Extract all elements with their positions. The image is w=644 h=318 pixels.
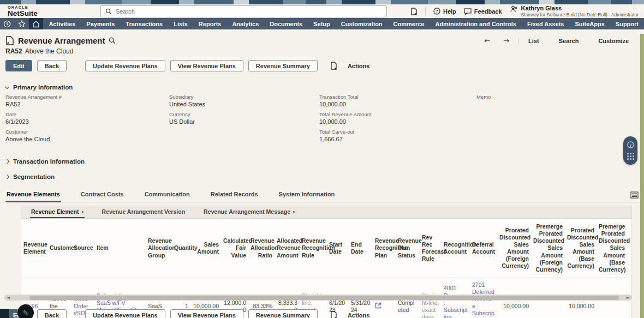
nav-activities[interactable]: Activities [43, 18, 81, 29]
next-record-arrow[interactable]: → [497, 37, 516, 45]
col-premerge-prorated-foreign[interactable]: Premerge Prorated Discounted Sales Amoun… [531, 219, 565, 278]
col-end-date[interactable]: End Date [349, 219, 373, 278]
nav-payments[interactable]: Payments [81, 18, 120, 29]
field-value: 6/1/2023 [5, 118, 169, 125]
help-button[interactable]: ? Help [433, 8, 456, 15]
col-deferral-account[interactable]: Deferral Account [470, 219, 497, 278]
tab-contract-costs[interactable]: Contract Costs [80, 189, 125, 202]
col-revenue-element[interactable]: Revenue Element [21, 219, 47, 278]
update-revenue-plans-button[interactable]: Update Revenue Plans [85, 60, 165, 71]
recent-records-icon[interactable] [0, 18, 14, 29]
home-icon[interactable] [29, 18, 43, 29]
nav-analytics[interactable]: Analytics [226, 18, 264, 29]
col-prorated-discounted-foreign[interactable]: Prorated Discounted Sales Amount (Foreig… [497, 219, 531, 278]
col-revenue-recognition-plan[interactable]: Revenue Recognition Plan [373, 219, 396, 278]
actions-menu[interactable]: Actions [348, 63, 369, 69]
update-revenue-plans-button-bottom[interactable]: Update Revenue Plans [85, 309, 165, 318]
segmentation-header[interactable]: Segmentation [0, 166, 644, 181]
nav-customization[interactable]: Customization [336, 18, 388, 29]
revenue-summary-button-bottom[interactable]: Revenue Summary [248, 309, 318, 318]
horizontal-scrollbar[interactable]: ◄ ► [4, 295, 632, 301]
col-customer[interactable]: Customer [47, 219, 71, 278]
scroll-right-icon[interactable]: ► [624, 295, 632, 300]
col-recognition-account[interactable]: Recognition Account [442, 219, 470, 278]
search-input[interactable] [116, 8, 382, 15]
col-prorated-discounted-base[interactable]: Prorated Discounted Sales Amount (Base C… [565, 219, 597, 278]
col-source[interactable]: Source [71, 219, 94, 278]
view-revenue-plans-button[interactable]: View Revenue Plans [170, 60, 243, 71]
nav-lists[interactable]: Lists [168, 18, 193, 29]
nav-support[interactable]: Support [610, 18, 644, 29]
field-value: 10,000.00 [319, 118, 476, 125]
field-memo: Memo [476, 94, 639, 107]
tab-communication[interactable]: Communication [144, 189, 191, 202]
tab-system-information[interactable]: System Information [278, 189, 336, 202]
col-revenue-allocation-group[interactable]: Revenue Allocation Group [146, 219, 172, 278]
chevron-right-icon [5, 159, 9, 164]
subtab-revenue-arrangement-message[interactable]: Revenue Arrangement Message [202, 208, 296, 218]
col-rev-rec-forecast-rule[interactable]: Rev Rec Forecast Rule [420, 219, 442, 278]
chevron-down-icon [5, 84, 9, 88]
previous-record-arrow[interactable]: ← [478, 37, 497, 45]
col-revenue-allocation-ratio[interactable]: Revenue Allocation Ratio [248, 219, 275, 278]
record-tabs: Revenue Elements Contract Costs Communic… [0, 181, 644, 202]
nav-transactions[interactable]: Transactions [120, 18, 168, 29]
svg-text:i: i [630, 142, 631, 147]
col-allocated-revenue-amount[interactable]: Allocated Revenue Amount [275, 219, 300, 278]
nav-commerce[interactable]: Commerce [388, 18, 430, 29]
col-revenue-recognition-rule[interactable]: Revenue Recognition Rule [300, 219, 327, 278]
nav-documents[interactable]: Documents [264, 18, 308, 29]
customize-link[interactable]: Customize [588, 38, 639, 44]
table-menu-icon[interactable] [630, 191, 639, 202]
quick-add-icon[interactable] [410, 8, 418, 15]
subtab-revenue-arrangement-version[interactable]: Revenue Arrangement Version [101, 208, 187, 218]
netsuite-logo[interactable]: ORACLE NetSuite [8, 5, 95, 17]
field-subsidiary: Subsidiary United States [169, 94, 319, 107]
scrollbar-thumb[interactable] [29, 296, 619, 300]
col-revenue-plan-status[interactable]: Revenue Plan Status [396, 219, 420, 278]
search-link[interactable]: Search [549, 38, 589, 44]
user-name: Kathryn Glass [521, 5, 639, 12]
field-value [476, 101, 639, 107]
revenue-summary-button[interactable]: Revenue Summary [248, 60, 318, 71]
print-icon[interactable] [330, 311, 337, 318]
sublist-tabs: Revenue Element Revenue Arrangement Vers… [21, 206, 631, 219]
shortcuts-star-icon[interactable] [14, 18, 28, 29]
primary-information-header[interactable]: Primary Information [0, 76, 644, 92]
pencil-icon: ✎ [23, 309, 29, 317]
feedback-button[interactable]: Feedback [464, 8, 502, 15]
tab-related-records[interactable]: Related Records [210, 189, 259, 202]
back-button-bottom[interactable]: Back [37, 309, 67, 318]
actions-menu-bottom[interactable]: Actions [348, 312, 369, 318]
nav-administration-and-controls[interactable]: Administration and Controls [430, 18, 522, 29]
oracle-wordmark: ORACLE [8, 5, 95, 10]
list-link[interactable]: List [518, 38, 549, 44]
tab-revenue-elements[interactable]: Revenue Elements [5, 189, 61, 202]
primary-information-title: Primary Information [13, 84, 73, 91]
user-menu[interactable]: Kathryn Glass Stairway for Software Buil… [510, 5, 639, 17]
subtab-label: Revenue Arrangement Version [102, 208, 186, 215]
scroll-left-icon[interactable]: ◄ [4, 295, 12, 300]
field-label: Customer [5, 129, 169, 135]
col-calculated-fair-value[interactable]: Calculated Fair Value [221, 219, 248, 278]
col-start-date[interactable]: Start Date [327, 219, 349, 278]
nav-reports[interactable]: Reports [193, 18, 227, 29]
title-search-icon[interactable] [109, 37, 116, 44]
back-button[interactable]: Back [37, 60, 67, 71]
field-value: United States [169, 101, 319, 107]
nav-setup[interactable]: Setup [308, 18, 336, 29]
edit-button[interactable]: Edit [5, 60, 32, 71]
col-premerge-prorated-base[interactable]: Premerge Prorated Discounted Sales Amoun… [597, 219, 627, 278]
view-revenue-plans-button-bottom[interactable]: View Revenue Plans [170, 309, 243, 318]
field-date: Date 6/1/2023 [5, 111, 169, 125]
feedback-widget[interactable]: i [623, 136, 637, 165]
col-quantity[interactable]: Quantity [172, 219, 190, 278]
nav-fixed-assets[interactable]: Fixed Assets [522, 18, 569, 29]
transaction-information-header[interactable]: Transaction Information [0, 151, 644, 166]
col-item[interactable]: Item [94, 219, 146, 278]
subtab-revenue-element[interactable]: Revenue Element [30, 208, 85, 218]
global-search[interactable] [100, 5, 387, 17]
print-icon[interactable] [330, 62, 337, 70]
page-title: Revenue Arrangement [18, 36, 105, 45]
nav-suiteapps[interactable]: SuiteApps [569, 18, 610, 29]
